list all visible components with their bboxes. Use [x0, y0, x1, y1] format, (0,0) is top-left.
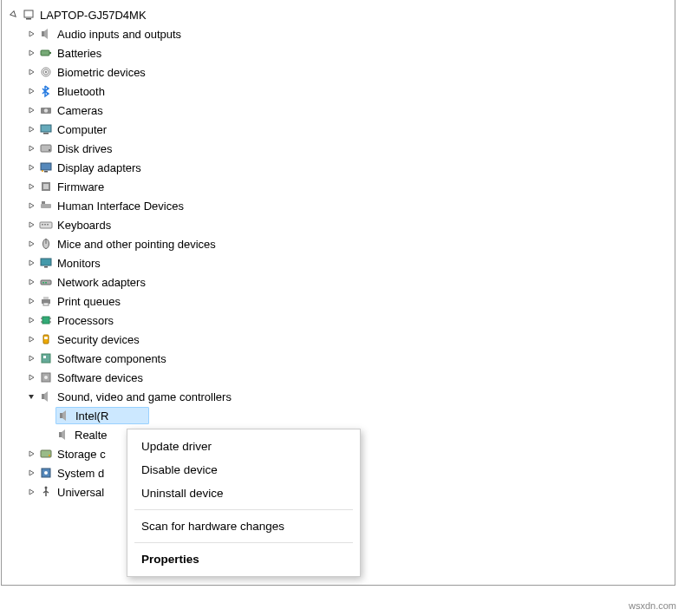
tree-category-label: Security devices	[57, 333, 145, 346]
expand-icon[interactable]	[24, 447, 38, 461]
speaker-icon	[55, 427, 71, 442]
expand-icon[interactable]	[24, 466, 38, 480]
expand-icon[interactable]	[24, 218, 38, 232]
tree-category-row[interactable]: Human Interface Devices	[5, 196, 675, 215]
expand-icon[interactable]	[24, 161, 38, 174]
expand-icon[interactable]	[24, 103, 38, 117]
expand-icon[interactable]	[24, 237, 38, 251]
tree-category-row[interactable]: Batteries	[5, 43, 675, 62]
tree-category-label: Batteries	[57, 47, 107, 60]
tree-device-label: Realte	[75, 429, 113, 442]
tree-category-label: Bluetooth	[57, 85, 110, 98]
tree-category-row[interactable]: Print queues	[5, 292, 675, 311]
tree-category-label: Monitors	[57, 257, 106, 270]
svg-rect-27	[41, 259, 51, 265]
tree-category-row[interactable]: Firmware	[5, 177, 675, 196]
tree-category-label: Sound, video and game controllers	[57, 390, 237, 403]
camera-icon	[38, 102, 54, 118]
menu-item[interactable]: Scan for hardware changes	[127, 514, 360, 538]
display-icon	[38, 160, 54, 175]
svg-rect-34	[43, 303, 49, 305]
tree-device-row[interactable]: Intel(R	[5, 406, 675, 425]
tree-category-label: System d	[57, 467, 109, 480]
softdev-icon	[38, 370, 54, 385]
tree-device-label: Intel(R	[75, 410, 114, 423]
firmware-icon	[38, 179, 54, 194]
speaker-icon	[38, 26, 54, 42]
menu-item[interactable]: Update driver	[127, 435, 360, 458]
tree-category-label: Mice and other pointing devices	[57, 238, 221, 251]
tree-category-row[interactable]: Display adapters	[5, 158, 675, 177]
tree-category-row[interactable]: Computer	[5, 120, 675, 139]
tree-category-label: Cameras	[57, 104, 108, 117]
security-icon	[38, 331, 54, 347]
selected-device[interactable]: Intel(R	[55, 407, 149, 424]
expand-icon[interactable]	[24, 332, 38, 346]
battery-icon	[38, 45, 54, 61]
tree-category-row[interactable]: Bluetooth	[5, 82, 675, 101]
expand-icon[interactable]	[24, 180, 38, 193]
svg-rect-14	[41, 163, 51, 170]
expand-icon[interactable]	[24, 84, 38, 98]
tree-category-row[interactable]: Processors	[5, 311, 675, 330]
expand-icon[interactable]	[24, 46, 38, 60]
collapse-icon[interactable]	[7, 8, 21, 22]
expand-icon[interactable]	[24, 313, 38, 327]
tree-category-label: Display adapters	[57, 161, 147, 174]
tree-category-row[interactable]: Disk drives	[5, 139, 675, 158]
tree-category-row[interactable]: Security devices	[5, 330, 675, 349]
storage-icon	[38, 446, 54, 462]
device-tree[interactable]: LAPTOP-GJ57D4MK Audio inputs and outputs…	[5, 5, 675, 501]
expand-icon[interactable]	[24, 141, 38, 155]
network-icon	[38, 274, 54, 290]
tree-category-row[interactable]: Cameras	[5, 101, 675, 120]
mouse-icon	[38, 236, 54, 252]
svg-rect-31	[45, 282, 47, 284]
svg-point-7	[45, 71, 47, 73]
fingerprint-icon	[38, 64, 54, 80]
tree-category-row[interactable]: Audio inputs and outputs	[5, 24, 675, 43]
expand-icon[interactable]	[24, 199, 38, 213]
spacer	[42, 409, 55, 423]
tree-category-row[interactable]: Mice and other pointing devices	[5, 234, 675, 253]
menu-item[interactable]: Uninstall device	[127, 482, 360, 505]
expand-icon[interactable]	[24, 294, 38, 308]
context-menu[interactable]: Update driverDisable deviceUninstall dev…	[127, 429, 361, 577]
expand-icon[interactable]	[24, 27, 38, 41]
svg-point-16	[42, 170, 43, 172]
tree-category-label: Human Interface Devices	[57, 200, 189, 213]
expand-icon[interactable]	[24, 485, 38, 499]
bluetooth-icon	[38, 83, 54, 99]
monitor-icon	[38, 255, 54, 271]
processor-icon	[38, 312, 54, 328]
svg-rect-10	[41, 125, 51, 132]
menu-separator	[134, 509, 353, 510]
tree-category-label: Biometric devices	[57, 66, 151, 79]
svg-rect-24	[47, 224, 49, 226]
expand-icon[interactable]	[24, 370, 38, 384]
expand-icon[interactable]	[24, 256, 38, 270]
computer-icon	[38, 121, 54, 137]
keyboard-icon	[38, 217, 54, 233]
tree-category-row[interactable]: Keyboards	[5, 215, 675, 234]
tree-root-row[interactable]: LAPTOP-GJ57D4MK	[5, 5, 675, 24]
expand-icon[interactable]	[24, 275, 38, 289]
menu-item[interactable]: Properties	[127, 547, 360, 571]
expand-icon[interactable]	[24, 65, 38, 79]
svg-rect-0	[24, 10, 33, 17]
svg-rect-20	[42, 201, 45, 204]
menu-item[interactable]: Disable device	[127, 458, 360, 482]
tree-category-row[interactable]: Monitors	[5, 253, 675, 272]
tree-category-row[interactable]: Software devices	[5, 368, 675, 387]
softcomp-icon	[38, 351, 54, 366]
expand-icon[interactable]	[24, 122, 38, 136]
tree-category-row[interactable]: Network adapters	[5, 272, 675, 292]
expand-icon[interactable]	[24, 351, 38, 365]
svg-rect-43	[43, 356, 46, 358]
tree-category-row[interactable]: Software components	[5, 349, 675, 368]
tree-category-row[interactable]: Sound, video and game controllers	[5, 387, 675, 406]
collapse-icon[interactable]	[24, 390, 38, 403]
svg-rect-19	[41, 204, 51, 208]
tree-category-row[interactable]: Biometric devices	[5, 62, 675, 82]
svg-point-13	[49, 149, 50, 151]
